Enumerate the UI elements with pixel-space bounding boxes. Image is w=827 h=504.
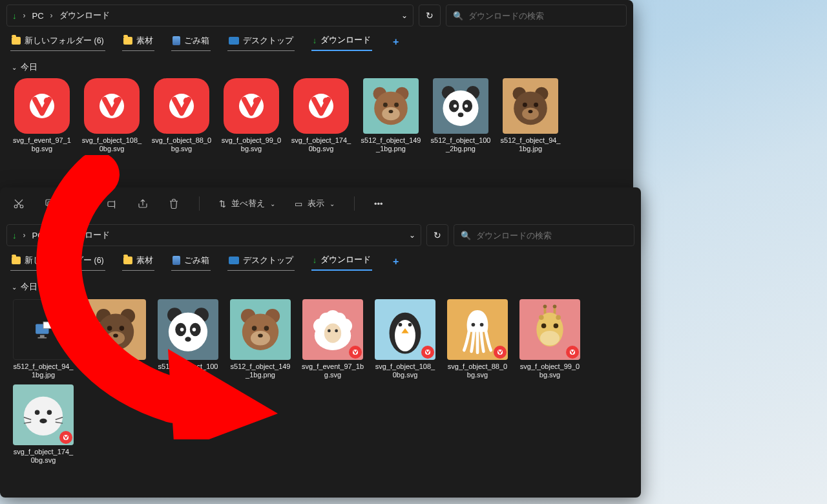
- file-name: s512_f_object_94_1bg.jpg: [84, 362, 147, 379]
- file-item[interactable]: s512_f_object_100_2bg.png: [430, 78, 491, 153]
- svg-point-14: [383, 103, 388, 107]
- file-item[interactable]: s512_f_object_94_1bg.jpg: [500, 78, 561, 153]
- file-name: s512_f_object_149_1bg.png: [229, 362, 292, 379]
- rename-icon[interactable]: [106, 198, 118, 209]
- svg-point-72: [328, 330, 331, 333]
- copy-icon[interactable]: [44, 198, 56, 209]
- chevron-down-icon: ⌄: [12, 284, 17, 291]
- vivaldi-icon: [84, 78, 140, 134]
- view-icon: ▭: [295, 199, 302, 209]
- section-today[interactable]: ⌄ 今日: [0, 276, 641, 295]
- cut-icon[interactable]: [13, 198, 25, 209]
- paste-icon[interactable]: [75, 198, 87, 209]
- toolbar: ⇅並べ替え⌄ ▭表示⌄ •••: [0, 187, 641, 220]
- tab-trash[interactable]: ごみ箱: [171, 33, 211, 51]
- file-item[interactable]: s512_f_object_149_1bg.png: [361, 78, 421, 153]
- tab-trash[interactable]: ごみ箱: [171, 253, 211, 271]
- svg-point-61: [251, 331, 270, 346]
- file-name: s512_f_object_100_2bg.png: [430, 136, 491, 153]
- chevron-down-icon[interactable]: ⌄: [409, 231, 415, 240]
- chevron-down-icon: ⌄: [270, 200, 275, 207]
- view-button[interactable]: ▭表示⌄: [295, 198, 335, 209]
- chevron-right-icon: ›: [50, 11, 53, 20]
- search-box[interactable]: 🔍: [446, 5, 627, 26]
- panda-thumbnail: [158, 299, 218, 360]
- svg-point-5: [183, 98, 190, 104]
- refresh-button[interactable]: ↻: [426, 224, 448, 246]
- tab-downloads[interactable]: ↓ダウンロード: [311, 32, 372, 51]
- chevron-down-icon[interactable]: ⌄: [401, 11, 408, 20]
- desktop-icon: [229, 37, 239, 45]
- svg-point-71: [324, 324, 341, 343]
- svg-point-52: [169, 313, 207, 352]
- folder-icon: [12, 257, 21, 264]
- file-name: svg_f_object_174_0bg.svg: [12, 448, 75, 465]
- file-item[interactable]: svg_f_object_99_0bg.svg: [518, 299, 581, 379]
- tab-materials[interactable]: 素材: [122, 253, 154, 271]
- bear-thumbnail: [85, 299, 146, 360]
- loading-thumbnail: [13, 299, 74, 360]
- svg-point-31: [529, 110, 533, 113]
- svg-point-86: [543, 304, 547, 308]
- file-item[interactable]: s512_f_object_94_1bg.jpg: [84, 299, 147, 379]
- tab-new-folder[interactable]: 新しいフォルダー (6): [10, 253, 105, 271]
- file-item[interactable]: svg_f_object_108_0bg.svg: [373, 299, 437, 379]
- file-item[interactable]: svg_f_object_174_0bg.svg: [291, 78, 351, 153]
- bear-thumbnail: [363, 78, 419, 134]
- add-tab-button[interactable]: +: [389, 256, 403, 268]
- search-box[interactable]: 🔍: [454, 224, 634, 246]
- file-item[interactable]: svg_f_object_99_0bg.svg: [221, 78, 282, 153]
- svg-point-62: [252, 326, 257, 331]
- file-item[interactable]: svg_f_object_174_0bg.svg: [12, 384, 75, 465]
- search-input[interactable]: [476, 231, 627, 240]
- tab-materials[interactable]: 素材: [122, 33, 154, 51]
- file-name: s512_f_object_94_1bg.jpg: [12, 362, 75, 379]
- folder-icon: [12, 37, 21, 45]
- section-today[interactable]: ⌄ 今日: [0, 56, 633, 76]
- svg-point-30: [534, 103, 538, 107]
- tab-desktop[interactable]: デスクトップ: [227, 33, 295, 51]
- breadcrumb-box[interactable]: ↓ › PC › ダウンロード ⌄: [6, 5, 414, 26]
- svg-point-57: [185, 337, 191, 342]
- svg-point-55: [180, 328, 184, 331]
- search-input[interactable]: [468, 11, 620, 21]
- sort-icon: ⇅: [219, 199, 226, 209]
- chevron-down-icon: ⌄: [12, 64, 17, 71]
- file-name: s512_f_object_100_2bg.png: [156, 362, 220, 379]
- breadcrumb-box[interactable]: ↓ › PC › ダウンロード ⌄: [6, 224, 421, 246]
- refresh-button[interactable]: ↻: [419, 5, 441, 26]
- tab-desktop[interactable]: デスクトップ: [227, 253, 295, 271]
- crumb-pc[interactable]: PC: [32, 231, 44, 240]
- file-item[interactable]: svg_f_event_97_1bg.svg: [301, 299, 364, 379]
- svg-point-22: [454, 104, 457, 107]
- chevron-right-icon: ›: [23, 231, 26, 240]
- vivaldi-badge-icon: [349, 346, 362, 359]
- tab-downloads[interactable]: ↓ダウンロード: [311, 252, 372, 271]
- file-grid: svg_f_event_97_1bg.svgsvg_f_object_108_0…: [0, 76, 633, 156]
- crumb-pc[interactable]: PC: [32, 11, 44, 21]
- svg-rect-34: [48, 202, 54, 207]
- file-name: svg_f_object_108_0bg.svg: [81, 136, 142, 153]
- giraffe-thumbnail: [519, 299, 580, 360]
- file-name: s512_f_object_149_1bg.png: [361, 136, 421, 153]
- file-item[interactable]: svg_f_event_97_1bg.svg: [12, 78, 72, 153]
- file-item[interactable]: s512_f_object_149_1bg.png: [229, 299, 292, 379]
- crumb-folder[interactable]: ダウンロード: [59, 229, 110, 241]
- vivaldi-icon: [293, 78, 349, 134]
- file-item[interactable]: svg_f_object_108_0bg.svg: [81, 78, 142, 153]
- file-item[interactable]: s512_f_object_94_1bg.jpg: [12, 299, 75, 379]
- crumb-folder[interactable]: ダウンロード: [59, 10, 110, 21]
- file-item[interactable]: s512_f_object_100_2bg.png: [156, 299, 220, 379]
- file-item[interactable]: svg_f_object_88_0bg.svg: [446, 299, 509, 379]
- vivaldi-badge-icon: [494, 346, 507, 359]
- folder-icon: [123, 257, 132, 264]
- tab-new-folder[interactable]: 新しいフォルダー (6): [10, 33, 105, 51]
- file-item[interactable]: svg_f_object_88_0bg.svg: [151, 78, 212, 153]
- sort-button[interactable]: ⇅並べ替え⌄: [219, 198, 275, 209]
- share-icon[interactable]: [137, 198, 149, 209]
- svg-point-16: [389, 110, 393, 113]
- add-tab-button[interactable]: +: [389, 36, 403, 48]
- delete-icon[interactable]: [168, 198, 180, 209]
- svg-point-81: [472, 323, 476, 327]
- more-button[interactable]: •••: [374, 199, 383, 209]
